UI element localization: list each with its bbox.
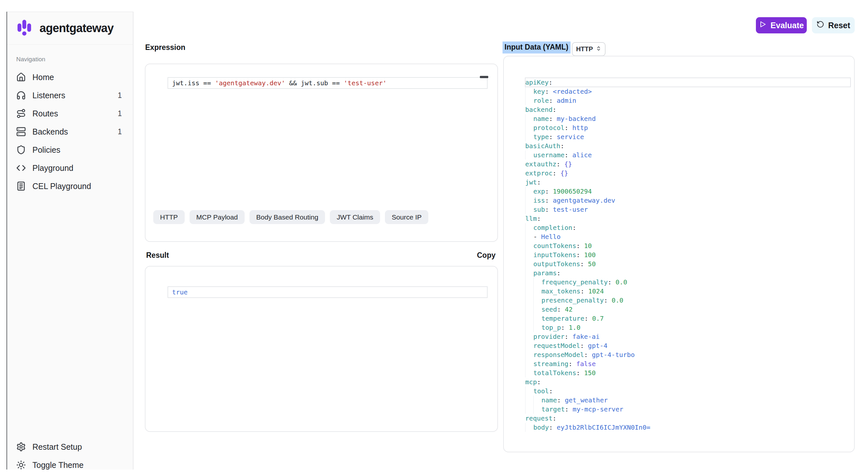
expression-token: 'test-user' [344,79,386,87]
editor-scrollbar-thumb[interactable] [480,76,488,78]
indent-guide [525,114,533,123]
sidebar-item-toggle-theme[interactable]: Toggle Theme [7,456,132,474]
indent-guide [525,368,533,378]
yaml-line: target: my-mcp-server [525,405,850,414]
yaml-token-key: seed [541,305,557,313]
result-output[interactable]: true [167,286,488,298]
brand[interactable]: agentgateway [7,12,133,45]
yaml-token-key: inputTokens [533,251,576,259]
yaml-line: mcp: [525,378,850,387]
sidebar-item-label: Routes [32,109,58,118]
route-icon [16,109,26,118]
sidebar-item-playground[interactable]: Playground [7,159,133,177]
yaml-token-punc: : [580,260,584,268]
tag-body-based-routing[interactable]: Body Based Routing [249,210,325,224]
yaml-line: countTokens: 10 [525,241,850,250]
yaml-token-punc: : [549,133,553,141]
yaml-token-punc: : [552,169,556,177]
yaml-line: basicAuth: [525,141,850,150]
yaml-line: completion: [525,223,850,232]
yaml-token-key: extauthz [525,160,556,168]
yaml-editor[interactable]: apiKey:key: <redacted>role: adminbackend… [525,78,850,432]
tag-http[interactable]: HTTP [153,210,185,224]
sidebar-footer: Restart SetupToggle Theme [7,438,132,474]
sidebar-item-policies[interactable]: Policies [7,141,133,159]
indent-guide [525,332,533,341]
yaml-line: max_tokens: 1024 [525,287,850,296]
indent-guide [525,323,533,332]
expression-card: jwt.iss == 'agentgateway.dev' && jwt.sub… [145,64,498,242]
yaml-token-punc: : [537,378,541,386]
sidebar-item-backends[interactable]: Backends1 [7,123,133,141]
indent-guide [525,287,533,296]
tag-mcp-payload[interactable]: MCP Payload [190,210,245,224]
sidebar-item-routes[interactable]: Routes1 [7,105,133,123]
home-icon [16,72,26,82]
yaml-token-key: type [533,133,549,141]
yaml-line: - Hello [525,232,850,241]
copy-button[interactable]: Copy [477,251,496,260]
evaluate-button[interactable]: Evaluate [756,17,807,33]
yaml-line: body: eyJtb2RlbCI6ICJmYXN0In0= [525,423,850,432]
yaml-token-num: 150 [580,369,596,377]
yaml-line: type: service [525,132,850,141]
tag-source-ip[interactable]: Source IP [385,210,428,224]
input-type-select[interactable]: HTTP [572,42,606,56]
sidebar-item-label: Restart Setup [32,442,82,452]
yaml-line: tool: [525,387,850,395]
yaml-token-punc: : [580,287,584,295]
yaml-token-key: frequency_penalty [541,278,608,286]
reset-button[interactable]: Reset [812,17,855,33]
yaml-token-num: 100 [580,251,596,259]
sidebar-item-label: Backends [32,127,68,137]
indent-guide [525,196,533,205]
yaml-token-key: name [541,396,557,404]
expression-token: 'agentgateway.dev' [215,79,285,87]
indent-guide [525,150,533,159]
rotate-ccw-icon [816,21,824,30]
yaml-token-punc: : [549,97,553,105]
indent-guide [533,323,541,332]
sidebar-item-home[interactable]: Home [7,68,133,86]
yaml-token-num: 0.7 [588,315,604,322]
indent-guide [525,296,533,305]
count-badge: 1 [118,109,122,118]
yaml-token-punc: : [564,151,568,159]
sidebar-item-label: Home [32,72,54,82]
count-badge: 1 [118,127,122,136]
result-title: Result [146,251,169,260]
sidebar-item-restart-setup[interactable]: Restart Setup [7,438,132,456]
example-tags: HTTPMCP PayloadBody Based RoutingJWT Cla… [153,210,428,224]
yaml-token-num: 0.0 [612,278,627,286]
yaml-line: name: my-backend [525,114,850,123]
yaml-token-num: 42 [561,305,572,313]
yaml-token-key: iss [533,197,545,204]
sidebar-item-label: Toggle Theme [32,460,84,470]
yaml-line: streaming: false [525,359,850,368]
evaluate-button-label: Evaluate [771,21,804,30]
indent-guide [525,387,533,395]
yaml-token-key: key [533,88,545,95]
indent-guide [525,223,533,232]
yaml-token-key: extproc [525,169,552,177]
yaml-token-key: jwt [525,178,537,186]
yaml-token-punc: : [564,333,568,340]
indent-guide [525,395,533,405]
yaml-line: outputTokens: 50 [525,259,850,268]
yaml-line: requestModel: gpt-4 [525,341,850,350]
yaml-line: llm: [525,214,850,223]
expression-editor[interactable]: jwt.iss == 'agentgateway.dev' && jwt.sub… [167,77,488,89]
indent-guide [525,87,533,96]
indent-guide [525,359,533,368]
yaml-line: seed: 42 [525,305,850,314]
tag-jwt-claims[interactable]: JWT Claims [330,210,380,224]
indent-guide [533,296,541,305]
yaml-line: totalTokens: 150 [525,368,850,378]
yaml-line: request: [525,414,850,423]
yaml-token-key: responseModel [533,351,584,359]
sidebar-item-listeners[interactable]: Listeners1 [7,86,133,105]
indent-guide [525,123,533,132]
sidebar-item-cel-playground[interactable]: CEL Playground [7,177,133,195]
yaml-token-key: tool [533,387,549,395]
brand-name: agentgateway [39,21,114,35]
